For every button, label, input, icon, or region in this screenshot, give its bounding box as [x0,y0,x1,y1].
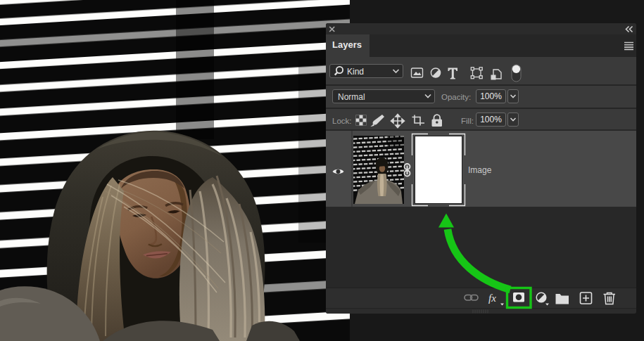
svg-text:Fill:: Fill: [461,117,474,125]
svg-text:Lock:: Lock: [332,117,352,125]
svg-text:Normal: Normal [338,92,365,102]
svg-text:Kind: Kind [347,67,364,77]
svg-text:Opacity:: Opacity: [441,93,471,101]
svg-text:fx: fx [488,292,496,304]
